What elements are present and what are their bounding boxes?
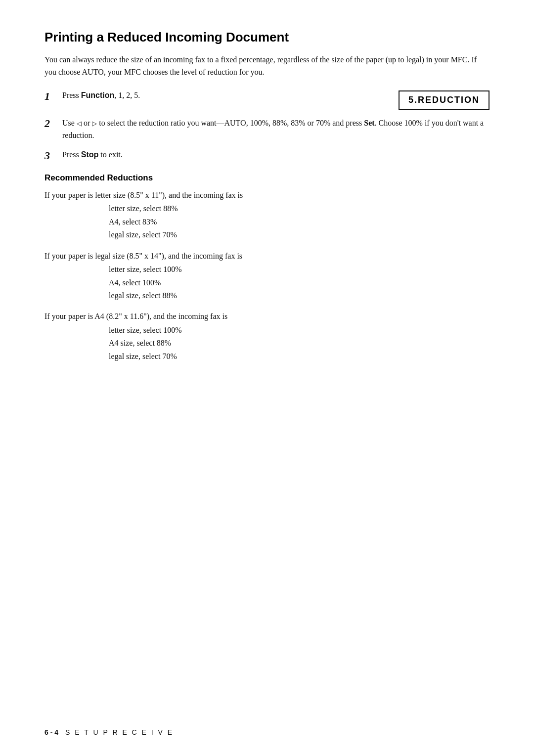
step-3-stop-bold: Stop xyxy=(81,150,99,159)
arrow-left-icon: ◁ xyxy=(77,119,82,129)
step-3-content: Press Stop to exit. xyxy=(62,149,490,161)
step-1-bold: Function xyxy=(81,91,115,99)
step-1-content: Press Function, 1, 2, 5. xyxy=(62,89,252,102)
step-2-number: 2 xyxy=(44,117,62,130)
arrow-right-icon: ▷ xyxy=(92,119,97,129)
rec-group-3-list: letter size, select 100% A4 size, select… xyxy=(44,324,490,363)
page-title: Printing a Reduced Incoming Document xyxy=(44,30,490,45)
page: Printing a Reduced Incoming Document You… xyxy=(0,0,534,756)
step-3-number: 3 xyxy=(44,149,62,162)
rec-group-2-intro: If your paper is legal size (8.5" x 14")… xyxy=(44,250,490,263)
step-2-set-bold: Set xyxy=(364,119,374,127)
list-item: letter size, select 88% xyxy=(109,202,490,215)
footer-page-number: 6 - 4 xyxy=(44,728,58,736)
step-1-row: 1 Press Function, 1, 2, 5. 5.REDUCTION xyxy=(44,89,490,110)
step-3-row: 3 Press Stop to exit. xyxy=(44,149,490,162)
footer: 6 - 4 S E T U P R E C E I V E xyxy=(44,728,490,736)
list-item: letter size, select 100% xyxy=(109,263,490,276)
rec-group-1: If your paper is letter size (8.5" x 11"… xyxy=(44,189,490,242)
rec-group-2: If your paper is legal size (8.5" x 14")… xyxy=(44,250,490,303)
intro-paragraph: You can always reduce the size of an inc… xyxy=(44,54,490,79)
footer-section-label: S E T U P R E C E I V E xyxy=(65,728,174,736)
rec-group-2-list: letter size, select 100% A4, select 100%… xyxy=(44,263,490,302)
list-item: letter size, select 100% xyxy=(109,324,490,337)
list-item: A4, select 100% xyxy=(109,276,490,289)
step-2-row: 2 Use ◁ or ▷ to select the reduction rat… xyxy=(44,117,490,142)
rec-group-3: If your paper is A4 (8.2" x 11.6"), and … xyxy=(44,310,490,363)
step-1-after: , 1, 2, 5. xyxy=(114,91,140,99)
rec-group-1-intro: If your paper is letter size (8.5" x 11"… xyxy=(44,189,490,202)
step-1-right: 5.REDUCTION xyxy=(252,89,490,110)
lcd-display: 5.REDUCTION xyxy=(399,90,490,110)
step-1-left: 1 Press Function, 1, 2, 5. xyxy=(44,89,252,103)
list-item: legal size, select 88% xyxy=(109,289,490,302)
rec-group-3-intro: If your paper is A4 (8.2" x 11.6"), and … xyxy=(44,310,490,323)
recommended-section: Recommended Reductions If your paper is … xyxy=(44,173,490,363)
list-item: legal size, select 70% xyxy=(109,228,490,241)
step-1-number: 1 xyxy=(44,90,62,103)
rec-group-1-list: letter size, select 88% A4, select 83% l… xyxy=(44,202,490,241)
list-item: A4, select 83% xyxy=(109,216,490,228)
list-item: A4 size, select 88% xyxy=(109,337,490,350)
recommended-title: Recommended Reductions xyxy=(44,173,490,183)
step-2-content: Use ◁ or ▷ to select the reduction ratio… xyxy=(62,117,490,142)
list-item: legal size, select 70% xyxy=(109,350,490,363)
